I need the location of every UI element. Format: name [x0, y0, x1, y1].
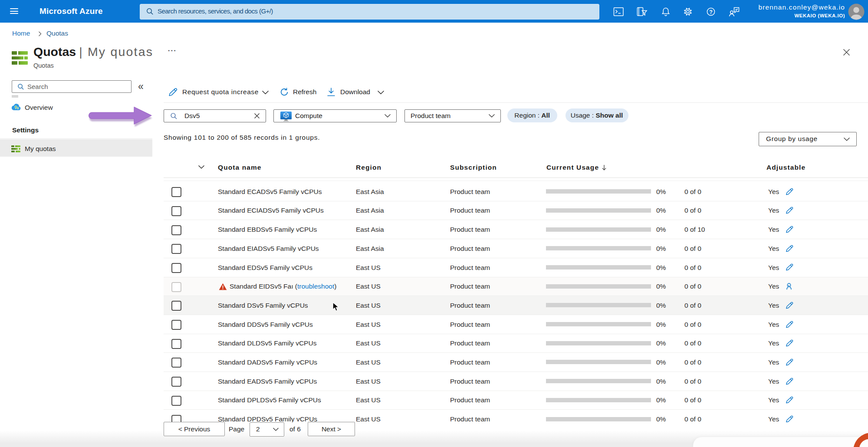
svg-text:?: ?	[709, 9, 713, 15]
